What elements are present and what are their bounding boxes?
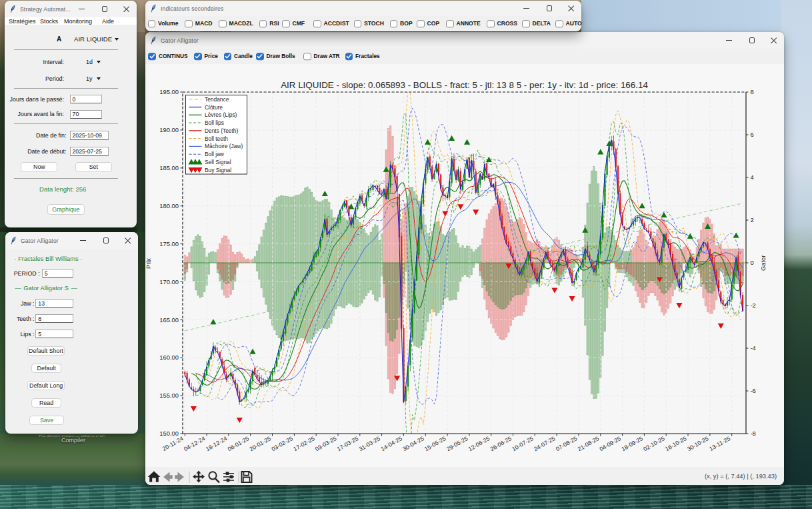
svg-text:-2: -2 bbox=[751, 302, 756, 309]
svg-text:190.00: 190.00 bbox=[159, 126, 179, 133]
svg-text:AIR LIQUIDE - slope: 0.065893: AIR LIQUIDE - slope: 0.065893 - BOLLS - … bbox=[281, 80, 648, 90]
svg-text:155.00: 155.00 bbox=[159, 392, 179, 399]
svg-text:Gator: Gator bbox=[760, 256, 767, 271]
svg-text:Mâchoire (Jaw): Mâchoire (Jaw) bbox=[205, 143, 243, 149]
svg-text:2: 2 bbox=[751, 216, 754, 223]
svg-text:Boll teeth: Boll teeth bbox=[205, 135, 228, 142]
svg-text:160.00: 160.00 bbox=[159, 354, 179, 361]
svg-text:Dents (Teeth): Dents (Teeth) bbox=[205, 127, 238, 134]
svg-text:(x, y) = (, 7.44) | (, 193.43): (x, y) = (, 7.44) | (, 193.43) bbox=[705, 473, 777, 480]
svg-text:4: 4 bbox=[751, 173, 754, 181]
svg-text:Lèvres (Lips): Lèvres (Lips) bbox=[205, 111, 237, 118]
svg-text:175.00: 175.00 bbox=[159, 240, 179, 247]
svg-text:-8: -8 bbox=[751, 430, 756, 437]
svg-text:195.00: 195.00 bbox=[159, 88, 179, 95]
svg-text:150.00: 150.00 bbox=[159, 430, 179, 437]
svg-text:-4: -4 bbox=[751, 344, 756, 352]
svg-text:180.00: 180.00 bbox=[159, 202, 179, 209]
svg-text:Clôture: Clôture bbox=[205, 104, 223, 111]
svg-text:6: 6 bbox=[751, 131, 754, 138]
svg-text:Sell Signal: Sell Signal bbox=[205, 159, 231, 165]
svg-text:0: 0 bbox=[751, 259, 754, 266]
svg-text:Tendance: Tendance bbox=[205, 96, 229, 103]
svg-text:Boll jaw: Boll jaw bbox=[205, 151, 225, 157]
svg-text:170.00: 170.00 bbox=[159, 278, 179, 286]
svg-text:Prix: Prix bbox=[145, 258, 152, 269]
svg-text:Buy Signal: Buy Signal bbox=[205, 167, 231, 173]
svg-text:165.00: 165.00 bbox=[159, 316, 179, 324]
svg-text:Boll lips: Boll lips bbox=[205, 119, 224, 126]
svg-text:185.00: 185.00 bbox=[159, 164, 179, 171]
svg-text:8: 8 bbox=[751, 88, 754, 95]
svg-text:-6: -6 bbox=[751, 387, 756, 394]
